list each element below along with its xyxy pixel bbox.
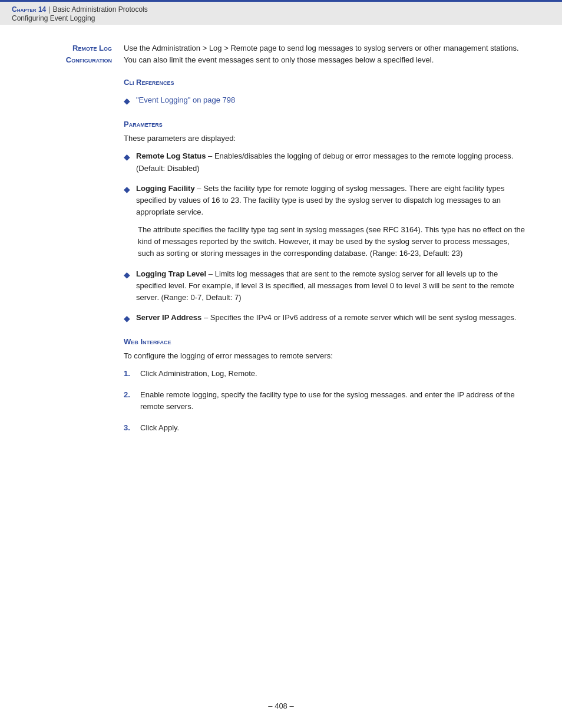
step-2: 2. Enable remote logging, specify the fa…	[124, 389, 527, 413]
cli-reference-link-container: "Event Logging" on page 798	[136, 94, 527, 106]
param-remote-log-status-label: Remote Log Status	[136, 151, 206, 160]
web-interface-title: Web Interface	[124, 336, 527, 348]
param-logging-trap-level-content: Logging Trap Level – Limits log messages…	[136, 268, 527, 304]
chapter-line: Chapter 14 | Basic Administration Protoc…	[12, 5, 550, 14]
chapter-label: Chapter 14	[12, 5, 46, 14]
param-item-logging-trap-level: ◆ Logging Trap Level – Limits log messag…	[124, 268, 527, 304]
step-3-number: 3.	[124, 422, 134, 434]
cli-references-title: Cli References	[124, 77, 527, 88]
main-content: Remote Log Configuration Use the Adminis…	[0, 25, 562, 481]
param-server-ip-content: Server IP Address – Specifies the IPv4 o…	[136, 312, 527, 324]
page-number: – 408 –	[268, 701, 293, 710]
web-interface-intro: To configure the logging of error messag…	[124, 350, 527, 362]
intro-text: Use the Administration > Log > Remote pa…	[124, 42, 527, 66]
param-item-remote-log-status: ◆ Remote Log Status – Enables/disables t…	[124, 150, 527, 174]
step-1-text: Click Administration, Log, Remote.	[140, 368, 257, 380]
bullet-diamond-icon: ◆	[124, 183, 130, 196]
side-labels: Remote Log Configuration	[35, 42, 112, 443]
step-3: 3. Click Apply.	[124, 422, 527, 434]
header-bar: Chapter 14 | Basic Administration Protoc…	[0, 0, 562, 25]
parameters-intro: These parameters are displayed:	[124, 133, 527, 144]
bullet-diamond-icon: ◆	[124, 312, 130, 325]
param-remote-log-status-content: Remote Log Status – Enables/disables the…	[136, 150, 527, 174]
step-1-number: 1.	[124, 368, 134, 380]
cli-references-section: Cli References ◆ "Event Logging" on page…	[124, 77, 527, 108]
bullet-diamond-icon: ◆	[124, 95, 130, 108]
web-interface-steps: 1. Click Administration, Log, Remote. 2.…	[124, 368, 527, 434]
param-item-logging-facility: ◆ Logging Facility – Sets the facility t…	[124, 183, 527, 260]
parameters-title: Parameters	[124, 118, 527, 130]
param-server-ip-label: Server IP Address	[136, 313, 201, 322]
side-label-secondary: Configuration	[35, 54, 112, 66]
header-sub-title: Configuring Event Logging	[12, 14, 550, 22]
param-logging-facility-content: Logging Facility – Sets the facility typ…	[136, 183, 527, 218]
param-server-ip-text: – Specifies the IPv4 or IPv6 address of …	[204, 313, 516, 322]
cli-reference-link[interactable]: "Event Logging" on page 798	[136, 95, 235, 104]
param-logging-facility-extra: The attribute specifies the facility typ…	[124, 224, 527, 259]
page-footer: – 408 –	[0, 701, 562, 710]
step-2-text: Enable remote logging, specify the facil…	[140, 389, 527, 413]
cli-references-list: ◆ "Event Logging" on page 798	[124, 94, 527, 108]
param-logging-trap-level-label: Logging Trap Level	[136, 269, 206, 278]
step-2-number: 2.	[124, 389, 134, 401]
side-label-primary: Remote Log	[35, 42, 112, 54]
section-body: Use the Administration > Log > Remote pa…	[124, 42, 527, 443]
bullet-diamond-icon: ◆	[124, 151, 130, 164]
step-1: 1. Click Administration, Log, Remote.	[124, 368, 527, 380]
param-item-server-ip: ◆ Server IP Address – Specifies the IPv4…	[124, 312, 527, 325]
param-logging-facility-label: Logging Facility	[136, 184, 195, 193]
chapter-title: Basic Administration Protocols	[52, 5, 147, 14]
chapter-separator: |	[48, 5, 50, 14]
cli-reference-item: ◆ "Event Logging" on page 798	[124, 94, 527, 108]
parameters-section: Parameters These parameters are displaye…	[124, 118, 527, 325]
bullet-diamond-icon: ◆	[124, 269, 130, 282]
step-3-text: Click Apply.	[140, 422, 179, 434]
web-interface-section: Web Interface To configure the logging o…	[124, 336, 527, 434]
parameters-list: ◆ Remote Log Status – Enables/disables t…	[124, 150, 527, 325]
remote-log-section: Remote Log Configuration Use the Adminis…	[35, 42, 527, 443]
